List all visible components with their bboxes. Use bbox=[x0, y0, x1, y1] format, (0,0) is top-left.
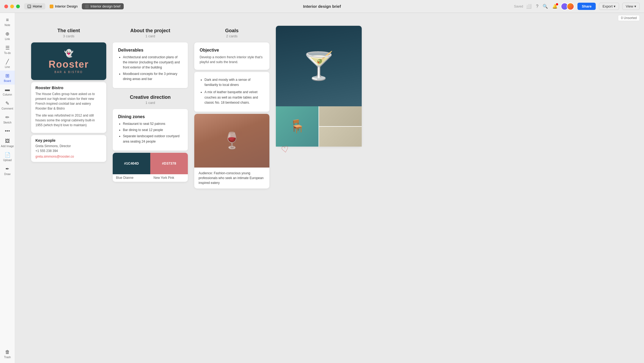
sidebar-item-todo[interactable]: ☰ To-do bbox=[0, 43, 15, 57]
titlebar: M Home Interior Design Interior design b… bbox=[0, 0, 644, 13]
key-person-phone: +1 555 238 394 bbox=[35, 149, 102, 153]
board-content: The client 3 cards 👻 Rooster BAR & BISTR… bbox=[31, 24, 628, 188]
sidebar-item-board[interactable]: ⊞ Board bbox=[0, 71, 15, 85]
comment-icon: ✎ bbox=[5, 100, 9, 106]
sidebar-item-trash[interactable]: 🗑 Trash bbox=[0, 347, 15, 361]
maximize-button[interactable] bbox=[16, 5, 20, 8]
client-logo-card[interactable]: 👻 Rooster BAR & BISTRO bbox=[31, 42, 106, 80]
sidebar-item-column[interactable]: ▬ Column bbox=[0, 85, 15, 98]
sidebar-item-line[interactable]: ╱ Line bbox=[0, 57, 15, 71]
column-goals-header: Goals 2 cards bbox=[194, 26, 269, 40]
tab-brief-label: Interior design brief bbox=[90, 4, 120, 8]
column-project-title: About the project bbox=[113, 28, 188, 34]
dining-zone-2: Bar dining to seat 12 people bbox=[123, 128, 182, 133]
deliverables-card[interactable]: Deliverables Architectural and construct… bbox=[113, 42, 188, 88]
home-icon: M bbox=[27, 5, 31, 8]
export-chevron-icon: ▾ bbox=[614, 4, 616, 8]
deliverables-list: Architectural and construction plans of … bbox=[118, 55, 182, 82]
style-card[interactable]: Dark and moody with a sense of familiari… bbox=[194, 72, 269, 112]
app-body: ≡ Note ⊕ Link ☰ To-do ╱ Line ⊞ Board ▬ C… bbox=[0, 13, 644, 363]
dining-zones-title: Dining zones bbox=[118, 114, 182, 119]
notifications-icon[interactable]: 🔔 bbox=[552, 4, 558, 9]
notification-count bbox=[556, 3, 558, 5]
client-description-card[interactable]: Rooster Bistro The House Cafes group hav… bbox=[31, 82, 106, 133]
key-person-name: Greta Simmons, Director bbox=[35, 144, 102, 148]
company-name: Rooster Bistro bbox=[35, 85, 102, 90]
sidebar-item-add-image[interactable]: 🖼 Add Image bbox=[0, 136, 15, 150]
tab-interior-design[interactable]: Interior Design bbox=[46, 3, 81, 9]
tab-brief[interactable]: Interior design brief bbox=[82, 3, 123, 9]
column-icon: ▬ bbox=[5, 87, 10, 92]
sidebar-item-sketch[interactable]: ✏ Sketch bbox=[0, 112, 15, 126]
objective-card[interactable]: Objective Develop a modern french interi… bbox=[194, 42, 269, 70]
column-moodboard: 🍸 🪑 ♡ bbox=[276, 26, 362, 147]
unsorted-badge[interactable]: 0 Unsorted bbox=[618, 15, 640, 21]
objective-description: Develop a modern french interior style t… bbox=[200, 55, 264, 64]
key-person-email[interactable]: greta.simmons@rooster.co bbox=[35, 155, 74, 158]
audience-description: Audience: Fashion-conscious young profes… bbox=[199, 171, 265, 185]
line-draw-icon: ╱ bbox=[6, 59, 9, 65]
view-button[interactable]: View ▾ bbox=[622, 3, 640, 10]
sidebar-item-upload[interactable]: 📄 Upload bbox=[0, 150, 15, 164]
client-people-card[interactable]: Key people Greta Simmons, Director +1 55… bbox=[31, 135, 106, 162]
swatch-pink-color: #D37378 bbox=[150, 153, 188, 174]
close-button[interactable] bbox=[4, 5, 8, 8]
swatch-blue-dianne: #1C404D Blue Dianne bbox=[113, 153, 150, 182]
link-icon: ⊕ bbox=[5, 31, 9, 37]
sidebar-item-more[interactable]: ••• bbox=[0, 126, 15, 136]
page-title: Interior design brief bbox=[303, 4, 341, 9]
rooster-name: Rooster bbox=[49, 59, 89, 70]
tab-home[interactable]: M Home bbox=[24, 3, 45, 9]
share-button[interactable]: Share bbox=[577, 3, 596, 10]
sidebar-item-link[interactable]: ⊕ Link bbox=[0, 29, 15, 43]
style-item-1: Dark and moody with a sense of familiari… bbox=[204, 77, 264, 88]
terrazzo-photos bbox=[319, 106, 362, 147]
export-button[interactable]: Export ▾ bbox=[599, 3, 619, 10]
sidebar-item-comment[interactable]: ✎ Comment bbox=[0, 98, 15, 112]
minimize-button[interactable] bbox=[10, 5, 14, 8]
column-goals-count: 2 cards bbox=[194, 34, 269, 38]
color-swatches-card[interactable]: #1C404D Blue Dianne #D37378 New York Pin… bbox=[113, 153, 188, 182]
moodboard-card[interactable]: 🍸 🪑 ♡ bbox=[276, 26, 362, 147]
header-icons: ⬜ ? 🔍 🔔 bbox=[526, 4, 558, 9]
swatch-blue-hex: #1C404D bbox=[124, 161, 139, 165]
column-client-title: The client bbox=[31, 28, 106, 34]
column-project-count: 1 card bbox=[113, 34, 188, 38]
search-icon[interactable]: 🔍 bbox=[543, 4, 548, 9]
column-client-header: The client 3 cards bbox=[31, 26, 106, 40]
sidebar-item-draw[interactable]: ✒ Draw bbox=[0, 164, 15, 178]
chair-photo: 🪑 bbox=[276, 106, 319, 147]
upload-icon: 📄 bbox=[5, 152, 10, 158]
audience-text: Audience: Fashion-conscious young profes… bbox=[194, 168, 269, 188]
company-desc-2: The site was refurbished in 2012 and sti… bbox=[35, 113, 102, 128]
cocktail-photo: 🍸 bbox=[276, 26, 362, 106]
key-people-title: Key people bbox=[35, 138, 102, 143]
column-project-header: About the project 1 card bbox=[113, 26, 188, 40]
cocktail-icon: 🍸 bbox=[302, 50, 336, 82]
style-list: Dark and moody with a sense of familiari… bbox=[200, 77, 264, 105]
audience-card[interactable]: 🍷 Audience: Fashion-conscious young prof… bbox=[194, 114, 269, 188]
sketch-icon: ✏ bbox=[5, 114, 9, 120]
deliverable-item-2: Moodboard concepts for the 3 primary din… bbox=[123, 71, 182, 82]
rooster-sub: BAR & BISTRO bbox=[49, 71, 89, 74]
dining-zones-card[interactable]: Dining zones Restaurant to seat 52 patro… bbox=[113, 109, 188, 151]
add-image-icon: 🖼 bbox=[5, 138, 10, 144]
column-project: About the project 1 card Deliverables Ar… bbox=[113, 26, 188, 182]
creative-direction-count: 1 card bbox=[113, 101, 188, 105]
avatar-user2 bbox=[567, 3, 574, 10]
deliverables-title: Deliverables bbox=[118, 48, 182, 53]
help-icon[interactable]: ? bbox=[536, 4, 538, 9]
devices-icon[interactable]: ⬜ bbox=[526, 4, 532, 9]
more-icon: ••• bbox=[5, 128, 10, 134]
draw-icon: ✒ bbox=[5, 166, 9, 172]
audience-card-image: 🍷 bbox=[194, 114, 269, 168]
avatar-group bbox=[561, 3, 574, 10]
wine-glass-icon: 🍷 bbox=[222, 131, 242, 150]
style-item-2: A mix of leather banquette and velvet co… bbox=[204, 90, 264, 105]
swatch-pink-hex: #D37378 bbox=[162, 161, 176, 165]
dining-zones-list: Restaurant to seat 52 patrons Bar dining… bbox=[118, 121, 182, 144]
brief-icon bbox=[85, 5, 89, 8]
titlebar-right: Saved ⬜ ? 🔍 🔔 Share Export ▾ View ▾ bbox=[514, 3, 640, 10]
sidebar-item-note[interactable]: ≡ Note bbox=[0, 15, 15, 29]
board-icon: ⊞ bbox=[5, 73, 9, 79]
